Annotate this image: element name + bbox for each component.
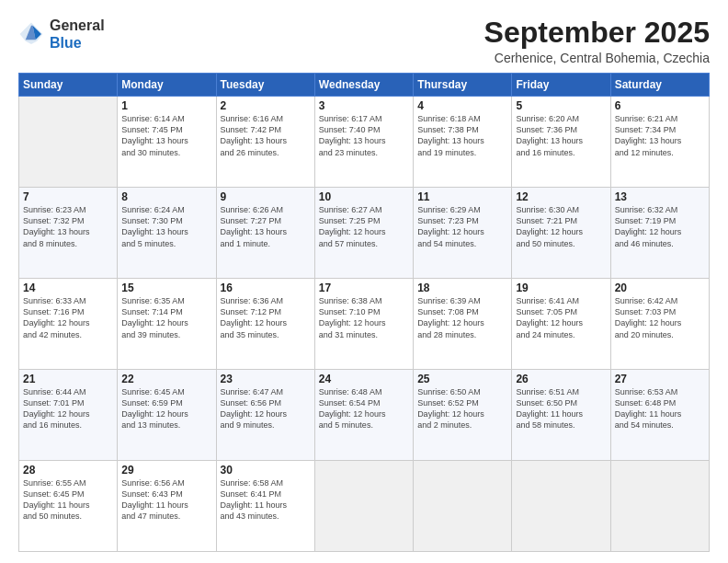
day-info: Sunrise: 6:33 AMSunset: 7:16 PMDaylight:… [23,295,113,340]
day-number: 16 [221,282,311,294]
day-number: 26 [516,373,606,385]
day-info: Sunrise: 6:48 AMSunset: 6:54 PMDaylight:… [319,386,409,431]
calendar-cell: 11Sunrise: 6:29 AMSunset: 7:23 PMDayligh… [414,188,512,279]
calendar-cell: 24Sunrise: 6:48 AMSunset: 6:54 PMDayligh… [314,370,413,461]
calendar-week-5: 28Sunrise: 6:55 AMSunset: 6:45 PMDayligh… [19,461,710,552]
logo-blue: Blue [50,34,105,52]
day-number: 20 [615,282,705,294]
calendar-week-1: 1Sunrise: 6:14 AMSunset: 7:45 PMDaylight… [19,97,710,188]
day-number: 1 [121,99,211,112]
day-info: Sunrise: 6:44 AMSunset: 7:01 PMDaylight:… [23,386,113,431]
day-info: Sunrise: 6:14 AMSunset: 7:45 PMDaylight:… [121,113,211,158]
day-number: 23 [221,373,311,385]
calendar-cell [610,461,709,552]
day-number: 28 [23,464,113,477]
calendar-cell: 22Sunrise: 6:45 AMSunset: 6:59 PMDayligh… [118,370,216,461]
day-number: 22 [121,373,211,385]
calendar-week-2: 7Sunrise: 6:23 AMSunset: 7:32 PMDaylight… [19,188,710,279]
day-number: 24 [319,373,409,385]
day-number: 17 [319,282,409,294]
calendar-cell: 7Sunrise: 6:23 AMSunset: 7:32 PMDaylight… [19,188,118,279]
col-monday: Monday [118,74,216,97]
calendar-cell [512,461,610,552]
calendar-cell: 28Sunrise: 6:55 AMSunset: 6:45 PMDayligh… [19,461,118,552]
day-info: Sunrise: 6:41 AMSunset: 7:05 PMDaylight:… [516,295,606,340]
logo-icon [18,21,44,47]
header: General Blue September 2025 Cerhenice, C… [18,17,710,65]
day-info: Sunrise: 6:16 AMSunset: 7:42 PMDaylight:… [221,113,311,158]
day-info: Sunrise: 6:35 AMSunset: 7:14 PMDaylight:… [121,295,211,340]
day-info: Sunrise: 6:20 AMSunset: 7:36 PMDaylight:… [516,113,606,158]
day-number: 19 [516,282,606,294]
day-number: 11 [417,190,507,203]
col-tuesday: Tuesday [216,74,314,97]
day-number: 9 [221,190,311,203]
day-info: Sunrise: 6:36 AMSunset: 7:12 PMDaylight:… [221,295,311,340]
calendar-cell: 2Sunrise: 6:16 AMSunset: 7:42 PMDaylight… [216,97,314,188]
col-sunday: Sunday [19,74,118,97]
day-number: 13 [615,190,705,203]
day-info: Sunrise: 6:51 AMSunset: 6:50 PMDaylight:… [516,386,606,431]
day-info: Sunrise: 6:47 AMSunset: 6:56 PMDaylight:… [221,386,311,431]
subtitle: Cerhenice, Central Bohemia, Czechia [484,51,710,65]
day-number: 7 [23,190,113,203]
calendar-header: Sunday Monday Tuesday Wednesday Thursday… [19,74,710,97]
day-info: Sunrise: 6:53 AMSunset: 6:48 PMDaylight:… [615,386,705,431]
header-row: Sunday Monday Tuesday Wednesday Thursday… [19,74,710,97]
day-number: 12 [516,190,606,203]
day-info: Sunrise: 6:50 AMSunset: 6:52 PMDaylight:… [417,386,507,431]
calendar-cell: 9Sunrise: 6:26 AMSunset: 7:27 PMDaylight… [216,188,314,279]
day-info: Sunrise: 6:24 AMSunset: 7:30 PMDaylight:… [121,204,211,249]
calendar-cell [19,97,118,188]
day-info: Sunrise: 6:38 AMSunset: 7:10 PMDaylight:… [319,295,409,340]
calendar-cell: 8Sunrise: 6:24 AMSunset: 7:30 PMDaylight… [118,188,216,279]
day-number: 8 [121,190,211,203]
calendar-cell: 30Sunrise: 6:58 AMSunset: 6:41 PMDayligh… [216,461,314,552]
calendar-cell: 3Sunrise: 6:17 AMSunset: 7:40 PMDaylight… [314,97,413,188]
day-info: Sunrise: 6:32 AMSunset: 7:19 PMDaylight:… [615,204,705,249]
logo-text: General Blue [50,17,105,52]
calendar-cell: 1Sunrise: 6:14 AMSunset: 7:45 PMDaylight… [118,97,216,188]
calendar-cell: 12Sunrise: 6:30 AMSunset: 7:21 PMDayligh… [512,188,610,279]
day-info: Sunrise: 6:17 AMSunset: 7:40 PMDaylight:… [319,113,409,158]
calendar-body: 1Sunrise: 6:14 AMSunset: 7:45 PMDaylight… [19,97,710,552]
day-info: Sunrise: 6:45 AMSunset: 6:59 PMDaylight:… [121,386,211,431]
calendar-cell: 13Sunrise: 6:32 AMSunset: 7:19 PMDayligh… [610,188,709,279]
calendar-week-3: 14Sunrise: 6:33 AMSunset: 7:16 PMDayligh… [19,279,710,370]
day-number: 27 [615,373,705,385]
day-number: 14 [23,282,113,294]
calendar-cell [414,461,512,552]
day-info: Sunrise: 6:42 AMSunset: 7:03 PMDaylight:… [615,295,705,340]
day-number: 4 [417,99,507,112]
calendar-cell: 15Sunrise: 6:35 AMSunset: 7:14 PMDayligh… [118,279,216,370]
day-number: 2 [221,99,311,112]
day-info: Sunrise: 6:56 AMSunset: 6:43 PMDaylight:… [121,477,211,523]
calendar-cell: 23Sunrise: 6:47 AMSunset: 6:56 PMDayligh… [216,370,314,461]
calendar-cell: 20Sunrise: 6:42 AMSunset: 7:03 PMDayligh… [610,279,709,370]
col-thursday: Thursday [414,74,512,97]
title-block: September 2025 Cerhenice, Central Bohemi… [484,17,710,65]
col-friday: Friday [512,74,610,97]
logo-general: General [50,17,105,34]
calendar-cell [314,461,413,552]
day-info: Sunrise: 6:58 AMSunset: 6:41 PMDaylight:… [221,477,311,523]
day-info: Sunrise: 6:29 AMSunset: 7:23 PMDaylight:… [417,204,507,249]
day-info: Sunrise: 6:18 AMSunset: 7:38 PMDaylight:… [417,113,507,158]
day-info: Sunrise: 6:30 AMSunset: 7:21 PMDaylight:… [516,204,606,249]
month-title: September 2025 [484,17,710,49]
day-number: 10 [319,190,409,203]
day-number: 29 [121,464,211,477]
calendar-cell: 6Sunrise: 6:21 AMSunset: 7:34 PMDaylight… [610,97,709,188]
calendar-cell: 21Sunrise: 6:44 AMSunset: 7:01 PMDayligh… [19,370,118,461]
calendar-cell: 27Sunrise: 6:53 AMSunset: 6:48 PMDayligh… [610,370,709,461]
calendar-cell: 18Sunrise: 6:39 AMSunset: 7:08 PMDayligh… [414,279,512,370]
day-info: Sunrise: 6:23 AMSunset: 7:32 PMDaylight:… [23,204,113,249]
day-info: Sunrise: 6:21 AMSunset: 7:34 PMDaylight:… [615,113,705,158]
calendar-cell: 17Sunrise: 6:38 AMSunset: 7:10 PMDayligh… [314,279,413,370]
calendar-week-4: 21Sunrise: 6:44 AMSunset: 7:01 PMDayligh… [19,370,710,461]
day-number: 3 [319,99,409,112]
day-info: Sunrise: 6:39 AMSunset: 7:08 PMDaylight:… [417,295,507,340]
day-number: 5 [516,99,606,112]
col-saturday: Saturday [610,74,709,97]
day-info: Sunrise: 6:26 AMSunset: 7:27 PMDaylight:… [221,204,311,249]
